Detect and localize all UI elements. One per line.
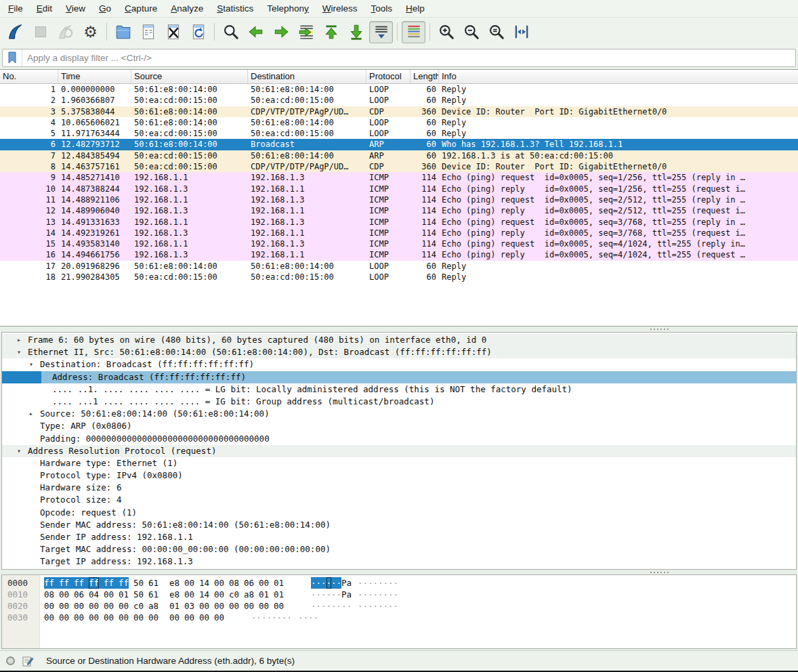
- hex-byte[interactable]: 00: [199, 600, 209, 612]
- resize-columns-button[interactable]: [509, 21, 533, 43]
- ascii-char[interactable]: ·: [331, 589, 337, 600]
- detail-row[interactable]: .... ...1 .... .... .... .... = IG bit: …: [2, 396, 796, 408]
- reload-file-button[interactable]: [186, 21, 210, 43]
- ascii-char[interactable]: ·: [337, 577, 342, 589]
- packet-row-15[interactable]: 1514.493583140192.168.1.1192.168.1.3ICMP…: [0, 238, 798, 249]
- hex-byte[interactable]: e8: [169, 589, 180, 600]
- bookmark-icon[interactable]: [3, 49, 22, 66]
- ascii-char[interactable]: ·: [327, 577, 332, 589]
- ascii-char[interactable]: ·: [394, 589, 399, 600]
- hex-byte[interactable]: 00: [199, 612, 209, 623]
- menu-view[interactable]: View: [59, 1, 92, 16]
- packet-row-9[interactable]: 914.485271410192.168.1.1192.168.1.3ICMP1…: [0, 172, 798, 183]
- hex-byte[interactable]: 00: [104, 589, 114, 600]
- column-header-info[interactable]: Info: [439, 70, 798, 83]
- detail-row[interactable]: ▾Ethernet II, Src: 50:61:e8:00:14:00 (50…: [2, 346, 796, 358]
- hex-byte[interactable]: 00: [229, 600, 239, 612]
- hex-byte[interactable]: c0: [229, 589, 239, 600]
- hex-byte[interactable]: 01: [119, 589, 129, 600]
- packet-row-13[interactable]: 1314.491331633192.168.1.1192.168.1.3ICMP…: [0, 217, 798, 228]
- column-header-time[interactable]: Time: [58, 70, 131, 83]
- ascii-char[interactable]: ·: [378, 589, 383, 600]
- hex-row-0000[interactable]: 0000ffffffffffff5061e800140008060001····…: [2, 577, 796, 589]
- ascii-char[interactable]: ·: [388, 600, 394, 612]
- detail-row[interactable]: ▾Destination: Broadcast (ff:ff:ff:ff:ff:…: [2, 358, 796, 371]
- column-header-length[interactable]: Length: [411, 70, 439, 83]
- hex-byte[interactable]: 00: [74, 612, 84, 623]
- hex-byte[interactable]: 50: [133, 577, 144, 589]
- hex-byte[interactable]: 50: [133, 589, 144, 600]
- packet-row-11[interactable]: 1114.488921106192.168.1.1192.168.1.3ICMP…: [0, 194, 798, 205]
- detail-row[interactable]: Sender IP address: 192.168.1.1: [2, 531, 796, 543]
- ascii-char[interactable]: ·: [321, 589, 327, 600]
- hex-byte[interactable]: 00: [184, 577, 194, 589]
- zoom-in-button[interactable]: [434, 21, 458, 43]
- menu-capture[interactable]: Capture: [118, 1, 164, 16]
- packet-row-1[interactable]: 10.00000000050:61:e8:00:14:0050:61:e8:00…: [0, 84, 798, 95]
- detail-row[interactable]: Protocol type: IPv4 (0x0800): [2, 469, 796, 482]
- auto-scroll-button[interactable]: [369, 21, 393, 43]
- hex-byte[interactable]: 00: [44, 600, 54, 612]
- packet-row-6[interactable]: 612.48279371250:61:e8:00:14:00BroadcastA…: [0, 139, 798, 150]
- column-header-protocol[interactable]: Protocol: [366, 70, 411, 83]
- column-header-destination[interactable]: Destination: [248, 70, 366, 83]
- ascii-char[interactable]: ·: [383, 600, 389, 612]
- ascii-char[interactable]: ·: [337, 589, 342, 600]
- hex-byte[interactable]: ff: [59, 577, 69, 589]
- hex-byte[interactable]: ff: [104, 577, 114, 589]
- ascii-char[interactable]: ·: [358, 589, 363, 600]
- column-header-no[interactable]: No.: [0, 70, 58, 83]
- packet-row-5[interactable]: 511.97176344450:ea:cd:00:15:0050:ea:cd:0…: [0, 128, 798, 139]
- hex-byte[interactable]: 01: [169, 600, 180, 612]
- ascii-char[interactable]: ·: [321, 600, 327, 612]
- hex-byte[interactable]: 06: [74, 589, 84, 600]
- menu-edit[interactable]: Edit: [30, 1, 59, 16]
- colorize-packets-button[interactable]: [402, 21, 425, 43]
- ascii-char[interactable]: ·: [316, 577, 322, 589]
- expander-collapsed-icon[interactable]: ▸: [17, 334, 28, 346]
- hex-byte[interactable]: 00: [104, 600, 114, 612]
- packet-row-3[interactable]: 35.37583804450:61:e8:00:14:00CDP/VTP/DTP…: [0, 106, 798, 117]
- ascii-char[interactable]: ·: [337, 600, 342, 612]
- detail-row[interactable]: Hardware type: Ethernet (1): [2, 457, 796, 469]
- packet-row-10[interactable]: 1014.487388244192.168.1.3192.168.1.1ICMP…: [0, 184, 798, 194]
- ascii-char[interactable]: ·: [303, 612, 309, 623]
- ascii-char[interactable]: ·: [368, 600, 373, 612]
- ascii-char[interactable]: ·: [257, 612, 262, 623]
- ascii-char[interactable]: ·: [327, 589, 332, 600]
- ascii-char[interactable]: ·: [277, 612, 282, 623]
- hex-byte[interactable]: a8: [244, 589, 254, 600]
- expander-collapsed-icon[interactable]: ▸: [29, 408, 40, 420]
- pane-splitter-bottom[interactable]: [0, 570, 798, 574]
- menu-help[interactable]: Help: [399, 1, 432, 16]
- ascii-char[interactable]: ·: [251, 612, 257, 623]
- hex-byte[interactable]: 61: [148, 589, 159, 600]
- ascii-char[interactable]: ·: [363, 589, 369, 600]
- go-forward-button[interactable]: [269, 21, 293, 43]
- pane-splitter-top[interactable]: [0, 327, 798, 332]
- ascii-char[interactable]: ·: [368, 589, 373, 600]
- ascii-char[interactable]: ·: [321, 577, 327, 589]
- packet-row-18[interactable]: 1821.99028430550:ea:cd:00:15:0050:ea:cd:…: [0, 272, 798, 282]
- hex-byte[interactable]: 01: [259, 589, 269, 600]
- hex-byte[interactable]: 14: [199, 589, 209, 600]
- hex-byte[interactable]: 00: [244, 600, 254, 612]
- detail-row[interactable]: Opcode: request (1): [2, 507, 796, 519]
- hex-byte[interactable]: 08: [229, 577, 239, 589]
- hex-byte[interactable]: ff: [89, 577, 99, 589]
- packet-row-4[interactable]: 410.06560602150:61:e8:00:14:0050:61:e8:0…: [0, 117, 798, 128]
- hex-byte[interactable]: ff: [44, 577, 54, 589]
- detail-row[interactable]: .... ..1. .... .... .... .... = LG bit: …: [2, 383, 796, 396]
- hex-byte[interactable]: e8: [169, 577, 180, 589]
- ascii-char[interactable]: ·: [282, 612, 287, 623]
- ascii-char[interactable]: ·: [316, 589, 322, 600]
- hex-byte[interactable]: 00: [59, 589, 69, 600]
- display-filter-input[interactable]: Apply a display filter ... <Ctrl-/>: [2, 49, 796, 67]
- menu-file[interactable]: File: [1, 1, 30, 16]
- ascii-char[interactable]: ·: [394, 577, 399, 589]
- hex-byte[interactable]: 01: [274, 589, 284, 600]
- detail-row[interactable]: Address: Broadcast (ff:ff:ff:ff:ff:ff): [2, 371, 796, 383]
- menu-telephony[interactable]: Telephony: [260, 1, 316, 16]
- go-first-packet-button[interactable]: [319, 21, 343, 43]
- ascii-char[interactable]: ·: [287, 612, 293, 623]
